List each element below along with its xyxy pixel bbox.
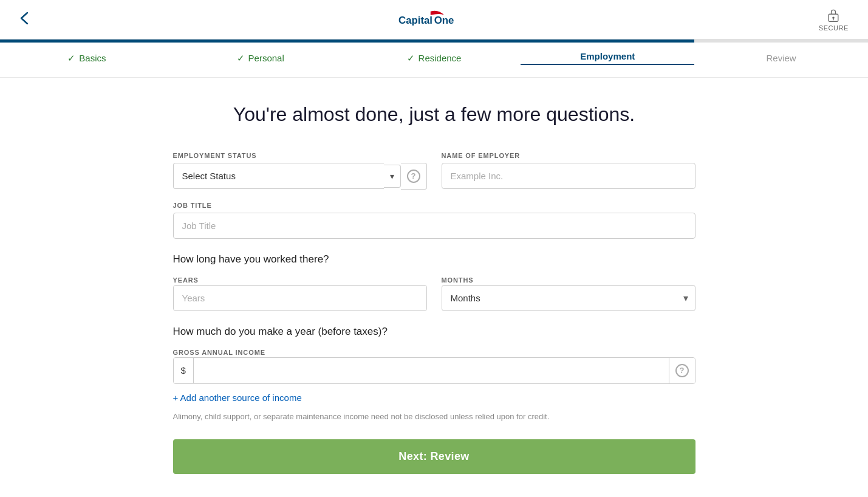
income-question: How much do you make a year (before taxe… <box>173 326 695 338</box>
svg-text:Capital: Capital <box>398 15 432 26</box>
step-residence[interactable]: ✓ Residence <box>347 53 521 64</box>
progress-segment-1 <box>0 39 174 43</box>
employment-status-group: EMPLOYMENT STATUS Select Status Employed… <box>173 152 427 190</box>
step-residence-label: Residence <box>419 53 462 63</box>
step-basics[interactable]: ✓ Basics <box>0 53 174 64</box>
page-title: You're almost done, just a few more ques… <box>173 102 695 128</box>
progress-segment-4 <box>521 39 694 43</box>
years-input[interactable] <box>173 285 427 311</box>
employment-status-label: EMPLOYMENT STATUS <box>173 152 427 159</box>
add-source-income-link[interactable]: + Add another source of income <box>173 392 302 403</box>
check-icon-basics: ✓ <box>67 53 75 64</box>
step-personal[interactable]: ✓ Personal <box>174 53 347 64</box>
months-select[interactable]: Months 0 1 2 3 4 5 6 7 8 9 10 11 <box>442 285 695 311</box>
secure-label: SECURE <box>819 24 849 32</box>
employer-name-label: NAME OF EMPLOYER <box>442 152 695 159</box>
employment-employer-row: EMPLOYMENT STATUS Select Status Employed… <box>173 152 695 190</box>
check-icon-residence: ✓ <box>407 53 415 64</box>
steps-nav: ✓ Basics ✓ Personal ✓ Residence Employme… <box>0 43 868 78</box>
employment-status-select[interactable]: Select Status Employed Self-Employed Ret… <box>173 163 384 189</box>
employment-status-select-wrapper: Select Status Employed Self-Employed Ret… <box>173 163 427 190</box>
progress-segment-3 <box>347 39 521 43</box>
employer-name-input[interactable] <box>442 163 695 189</box>
logo: Capital One <box>388 7 460 32</box>
years-group: YEARS <box>173 274 427 311</box>
page-header: Capital One SECURE <box>0 0 868 39</box>
income-section: How much do you make a year (before taxe… <box>173 326 695 423</box>
help-circle-icon: ? <box>407 170 420 183</box>
progress-segment-5 <box>694 39 868 43</box>
check-icon-personal: ✓ <box>237 53 245 64</box>
progress-segment-2 <box>174 39 347 43</box>
step-employment: Employment <box>521 51 694 65</box>
status-help-button[interactable]: ? <box>401 163 427 190</box>
gross-income-wrapper: $ ? <box>173 357 695 384</box>
employer-name-group: NAME OF EMPLOYER <box>442 152 695 190</box>
months-group: MONTHS Months 0 1 2 3 4 5 6 7 8 9 10 11 <box>442 274 695 311</box>
gross-income-input[interactable] <box>194 358 669 383</box>
secure-badge: SECURE <box>819 7 849 32</box>
step-review-label: Review <box>766 53 796 63</box>
step-personal-label: Personal <box>248 53 284 63</box>
svg-text:One: One <box>434 15 454 26</box>
main-content: You're almost done, just a few more ques… <box>161 78 708 497</box>
dollar-sign: $ <box>174 358 194 383</box>
status-dropdown-arrow[interactable]: ▾ <box>384 165 401 188</box>
job-title-group: JOB TITLE <box>173 202 695 239</box>
job-title-input[interactable] <box>173 213 695 239</box>
gross-income-label: GROSS ANNUAL INCOME <box>173 349 265 356</box>
step-basics-label: Basics <box>79 53 106 63</box>
step-review[interactable]: Review <box>694 53 868 63</box>
disclaimer-text: Alimony, child support, or separate main… <box>173 411 695 423</box>
income-help-circle-icon: ? <box>675 364 689 377</box>
step-employment-label: Employment <box>580 51 635 61</box>
job-title-label: JOB TITLE <box>173 202 695 209</box>
months-label: MONTHS <box>442 276 474 284</box>
income-help-button[interactable]: ? <box>669 358 695 383</box>
back-button[interactable] <box>19 12 29 28</box>
years-label: YEARS <box>173 276 199 284</box>
months-select-container: Months 0 1 2 3 4 5 6 7 8 9 10 11 ▾ <box>442 285 695 311</box>
how-long-question: How long have you worked there? <box>173 253 695 266</box>
progress-bar <box>0 39 868 43</box>
next-review-button[interactable]: Next: Review <box>173 439 695 474</box>
duration-row: YEARS MONTHS Months 0 1 2 3 4 5 6 7 8 9 … <box>173 274 695 311</box>
